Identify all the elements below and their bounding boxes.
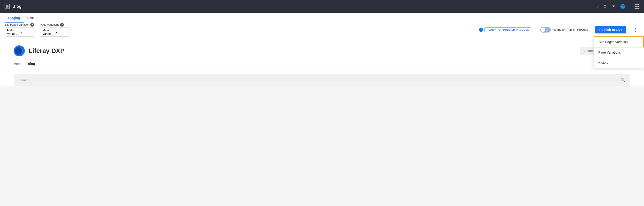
search-icon[interactable]: 🔍 (620, 78, 626, 83)
page-variations-help-icon[interactable]: ? (60, 23, 64, 26)
logo-inner (15, 47, 22, 54)
site-title: Liferay DXP (28, 47, 64, 54)
live-tab[interactable]: Live (24, 14, 38, 23)
site-pages-variation-group: Site Pages Variation ? Main Variati... ⬧ (4, 23, 34, 37)
nav-item-home[interactable]: Home (14, 61, 22, 66)
globe-icon[interactable]: 🌐 (620, 4, 625, 9)
chevron-icon: ⬧ (20, 30, 32, 34)
publish-toggle[interactable] (540, 27, 551, 32)
publish-to-live-button[interactable]: Publish to Live (595, 26, 626, 33)
top-bar-left: Blog (4, 4, 22, 9)
gear-icon[interactable]: ⚙ (603, 4, 607, 9)
page-title: Blog (12, 4, 22, 9)
eye-icon[interactable]: 👁 (612, 4, 616, 9)
site-pages-variation-select[interactable]: Main Variati... ⬧ (4, 27, 34, 37)
toolbar: Site Pages Variation ? Main Variati... ⬧… (0, 23, 644, 36)
info-icon[interactable]: i (598, 4, 598, 9)
toggle-label: Ready for Publish Process (553, 28, 588, 31)
toggle-knob (541, 27, 545, 32)
publish-status-badge: i READY FOR PUBLISH PROCESS (479, 27, 531, 32)
apps-grid-icon[interactable] (634, 4, 640, 9)
chevron-icon: ⬧ (56, 30, 67, 34)
svg-rect-2 (6, 7, 8, 7)
more-options-button[interactable]: ⋮ (632, 26, 640, 33)
page-search-placeholder: Search... (18, 78, 31, 82)
site-pages-variation-label: Site Pages Variation ? (4, 23, 34, 26)
page-variations-select[interactable]: Main Variati... ⬧ (40, 27, 70, 37)
top-bar-right: i ⚙ 👁 🌐 (598, 4, 640, 9)
page-variations-group: Page Variations ? Main Variati... ⬧ (40, 23, 70, 37)
toggle-area: Ready for Publish Process (540, 27, 588, 32)
divider (630, 4, 630, 9)
dropdown-menu: Site Pages Variation Page Variations His… (594, 36, 644, 68)
svg-rect-1 (6, 6, 8, 7)
site-nav: Home Blog (0, 61, 644, 69)
site-logo (14, 45, 25, 56)
staging-tab[interactable]: Staging (4, 14, 24, 23)
status-badge: READY FOR PUBLISH PROCESS (484, 27, 531, 32)
dropdown-item-site-pages-variation[interactable]: Site Pages Variation (594, 36, 644, 47)
top-bar: Blog i ⚙ 👁 🌐 (0, 0, 644, 13)
sidebar-toggle-icon[interactable] (4, 4, 10, 9)
staging-bar: Staging Live (0, 13, 644, 23)
dropdown-item-history[interactable]: History (594, 57, 644, 68)
page-variations-label: Page Variations ? (40, 23, 70, 26)
svg-rect-0 (6, 5, 8, 6)
site-header: Liferay DXP (0, 36, 644, 61)
nav-item-blog[interactable]: Blog (28, 61, 35, 66)
main-content: Liferay DXP Home Blog Search... 🔍 (0, 36, 644, 86)
dropdown-item-page-variations[interactable]: Page Variations (594, 47, 644, 57)
page-search-bar: Search... 🔍 (14, 74, 630, 86)
site-pages-variation-help-icon[interactable]: ? (30, 23, 34, 26)
status-info-icon: i (479, 28, 483, 32)
